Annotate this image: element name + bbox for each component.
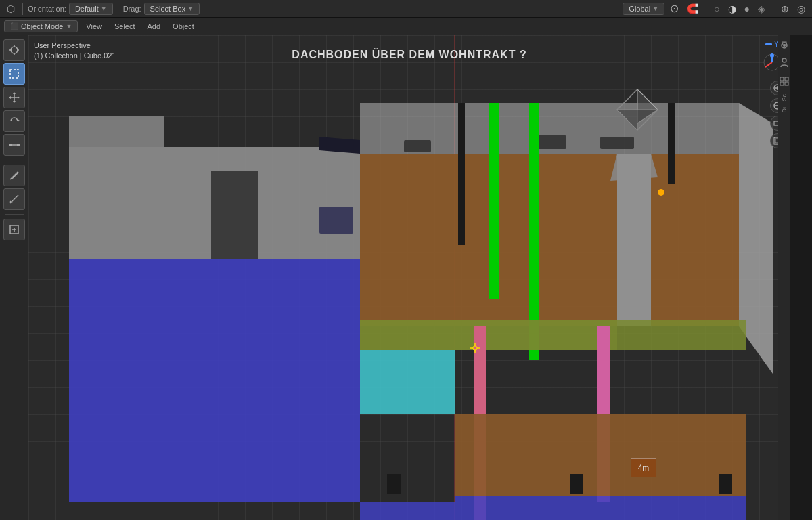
- move-tool-btn[interactable]: [3, 87, 25, 108]
- svg-rect-86: [780, 82, 784, 85]
- add-primitive-btn[interactable]: [3, 219, 25, 240]
- annotate-btn[interactable]: [3, 165, 25, 186]
- app-logo[interactable]: ⬡: [4, 2, 18, 16]
- orientation-arrow: ▼: [101, 5, 107, 12]
- svg-marker-44: [360, 496, 746, 520]
- menu-add[interactable]: Add: [143, 21, 165, 32]
- side-grid-icon[interactable]: [779, 76, 790, 89]
- svg-marker-12: [18, 119, 20, 122]
- svg-marker-39: [617, 320, 746, 350]
- sep2: [118, 3, 118, 15]
- svg-point-83: [782, 58, 786, 62]
- menu-object[interactable]: Object: [168, 21, 198, 32]
- viewport-shading-solid[interactable]: ◑: [725, 2, 739, 16]
- snap-btn[interactable]: 🧲: [684, 2, 701, 16]
- orientation-dropdown[interactable]: Default ▼: [69, 3, 113, 15]
- select-box-btn[interactable]: [3, 63, 25, 85]
- viewport-shading-render[interactable]: ◈: [755, 2, 768, 16]
- svg-marker-50: [617, 154, 651, 245]
- tool-sep-2: [5, 214, 24, 215]
- sep4: [773, 3, 773, 15]
- viewport-shading-material[interactable]: ●: [742, 2, 752, 16]
- measure-btn[interactable]: [3, 188, 25, 210]
- transform-space-dropdown[interactable]: Global ▼: [623, 3, 664, 15]
- svg-text:4m: 4m: [638, 463, 650, 473]
- side-label-di: Di: [781, 107, 788, 113]
- viewport[interactable]: 4m User Perspective (1) Collection | Cub…: [28, 35, 790, 520]
- svg-point-66: [770, 53, 774, 58]
- viewport-info: User Perspective (1) Collection | Cube.0…: [34, 41, 116, 62]
- cursor-tool-btn[interactable]: [3, 39, 25, 61]
- drag-arrow: ▼: [187, 5, 194, 12]
- object-mode-dropdown[interactable]: ⬛ Object Mode ▼: [4, 20, 78, 32]
- left-toolbar: [0, 35, 28, 520]
- right-side-panel: Sc Di: [778, 35, 790, 520]
- menu-select[interactable]: Select: [110, 21, 139, 32]
- svg-rect-85: [785, 77, 788, 81]
- drag-dropdown[interactable]: Select Box ▼: [144, 3, 200, 15]
- proportional-edit-btn[interactable]: ⊙: [667, 1, 681, 16]
- svg-rect-36: [489, 103, 499, 299]
- viewport-collection: (1) Collection | Cube.021: [34, 51, 116, 61]
- scale-tool-btn[interactable]: [3, 134, 25, 156]
- svg-rect-84: [780, 77, 784, 81]
- svg-point-82: [783, 44, 786, 47]
- svg-point-48: [658, 189, 664, 196]
- svg-marker-43: [455, 414, 746, 496]
- svg-marker-25: [211, 171, 258, 259]
- scene-title: DACHBODEN ÜBER DEM WOHNTRAKT ?: [292, 49, 526, 61]
- svg-rect-62: [319, 207, 353, 234]
- svg-rect-87: [785, 82, 788, 85]
- overlay-btn[interactable]: ⊕: [778, 2, 792, 16]
- sep3: [706, 3, 706, 15]
- second-toolbar: ⬛ Object Mode ▼ View Select Add Object: [0, 18, 812, 35]
- svg-rect-15: [17, 144, 20, 146]
- mode-arrow: ▼: [66, 23, 72, 30]
- xray-btn[interactable]: ◎: [794, 2, 808, 16]
- side-person-icon[interactable]: [779, 58, 790, 70]
- svg-marker-9: [13, 101, 16, 103]
- svg-rect-14: [9, 144, 12, 146]
- rotate-tool-btn[interactable]: [3, 110, 25, 132]
- svg-rect-45: [387, 474, 401, 494]
- svg-rect-35: [668, 103, 675, 184]
- menu-view[interactable]: View: [82, 21, 106, 32]
- svg-rect-5: [10, 70, 18, 78]
- drag-label: Drag:: [123, 5, 141, 13]
- svg-rect-31: [404, 140, 431, 152]
- top-toolbar: ⬡ Orientation: Default ▼ Drag: Select Bo…: [0, 0, 812, 18]
- svg-marker-11: [18, 96, 20, 99]
- viewport-perspective: User Perspective: [34, 41, 116, 51]
- svg-marker-22: [69, 259, 360, 502]
- viewport-shading-wire[interactable]: ○: [711, 2, 722, 16]
- side-label-sc: Sc: [781, 94, 788, 102]
- svg-rect-46: [570, 474, 583, 494]
- svg-rect-34: [458, 103, 465, 245]
- svg-rect-47: [719, 474, 732, 494]
- transform-arrow: ▼: [652, 5, 658, 12]
- side-camera-icon[interactable]: [779, 39, 790, 52]
- tool-sep-1: [5, 160, 24, 160]
- svg-marker-40: [360, 350, 455, 414]
- svg-marker-27: [360, 154, 739, 326]
- svg-rect-33: [600, 137, 634, 149]
- svg-marker-8: [13, 92, 16, 94]
- svg-point-0: [11, 47, 18, 53]
- svg-marker-38: [360, 320, 617, 350]
- orientation-label: Orientation:: [28, 5, 66, 13]
- svg-marker-10: [9, 96, 11, 99]
- svg-marker-24: [69, 116, 164, 147]
- sep1: [22, 3, 23, 15]
- scene-svg: 4m: [28, 35, 790, 520]
